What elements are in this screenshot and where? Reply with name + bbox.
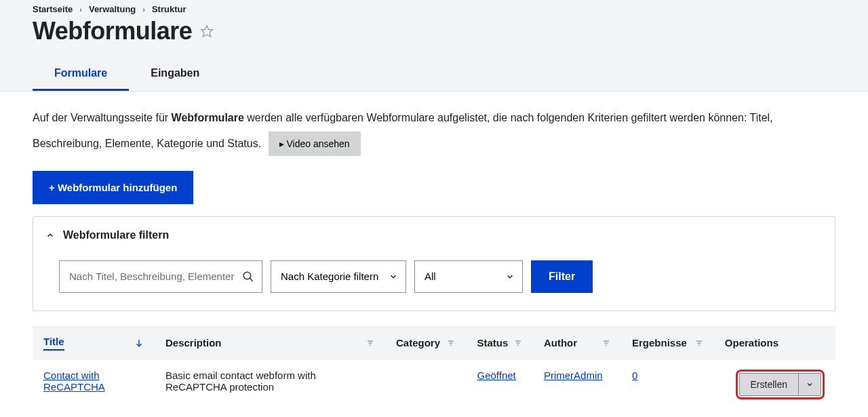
col-status[interactable]: Status bbox=[466, 326, 532, 360]
intro-text: Auf der Verwaltungsseite für Webformular… bbox=[33, 105, 835, 157]
row-status-link[interactable]: Geöffnet bbox=[477, 370, 515, 381]
operations-highlight: Erstellen bbox=[736, 370, 825, 399]
sort-icon bbox=[695, 339, 703, 347]
chevron-right-icon: › bbox=[79, 5, 82, 14]
row-description: Basic email contact webform with ReCAPTC… bbox=[155, 360, 385, 409]
operation-dropdown-toggle[interactable] bbox=[798, 374, 821, 395]
sort-icon bbox=[366, 339, 374, 347]
chevron-up-icon bbox=[45, 231, 55, 240]
col-category[interactable]: Category bbox=[385, 326, 466, 360]
chevron-right-icon: › bbox=[142, 5, 145, 14]
col-description[interactable]: Description bbox=[155, 326, 385, 360]
filter-title: Webformulare filtern bbox=[63, 229, 169, 241]
tabs: Formulare Eingaben bbox=[33, 58, 835, 91]
row-results-link[interactable]: 0 bbox=[632, 370, 637, 381]
breadcrumb: Startseite › Verwaltung › Struktur bbox=[33, 4, 835, 14]
tab-submissions[interactable]: Eingaben bbox=[129, 58, 221, 91]
sort-icon bbox=[514, 339, 522, 347]
table-row: Contact with ReCAPTCHA Basic email conta… bbox=[33, 360, 835, 409]
row-category bbox=[385, 360, 466, 409]
svg-marker-0 bbox=[201, 26, 213, 37]
filter-panel: Webformulare filtern Nach Kategorie filt… bbox=[33, 216, 835, 311]
breadcrumb-link-structure[interactable]: Struktur bbox=[152, 4, 186, 14]
tab-forms[interactable]: Formulare bbox=[33, 58, 129, 91]
sort-icon bbox=[602, 339, 610, 347]
arrow-down-icon bbox=[134, 338, 144, 348]
chevron-down-icon bbox=[806, 380, 814, 389]
webforms-table: Title Description bbox=[33, 326, 835, 409]
watch-video-button[interactable]: ▸ Video ansehen bbox=[269, 132, 361, 156]
filter-toggle[interactable]: Webformulare filtern bbox=[45, 229, 823, 241]
col-operations: Operations bbox=[714, 326, 835, 360]
status-select[interactable]: All bbox=[414, 260, 523, 293]
row-title-link[interactable]: Contact with ReCAPTCHA bbox=[43, 370, 105, 393]
breadcrumb-link-admin[interactable]: Verwaltung bbox=[89, 4, 136, 14]
row-author-link[interactable]: PrimerAdmin bbox=[544, 370, 603, 381]
col-title[interactable]: Title bbox=[33, 326, 155, 360]
breadcrumb-link-home[interactable]: Startseite bbox=[33, 4, 73, 14]
operation-create-button[interactable]: Erstellen bbox=[740, 374, 798, 395]
add-webform-button[interactable]: + Webformular hinzufügen bbox=[33, 171, 193, 204]
col-author[interactable]: Author bbox=[533, 326, 621, 360]
page-title: Webformulare bbox=[33, 17, 192, 45]
category-select[interactable]: Nach Kategorie filtern bbox=[271, 260, 406, 293]
sort-icon bbox=[447, 339, 455, 347]
filter-button[interactable]: Filter bbox=[531, 260, 593, 293]
search-input[interactable] bbox=[59, 260, 262, 293]
star-icon[interactable] bbox=[200, 24, 214, 38]
col-results[interactable]: Ergebnisse bbox=[621, 326, 714, 360]
